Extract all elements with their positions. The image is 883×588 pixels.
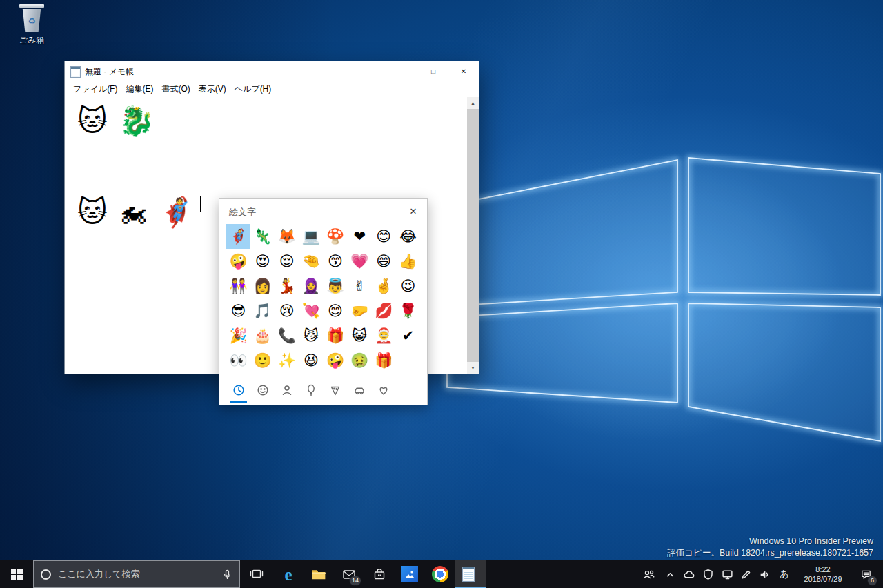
emoji-cell[interactable]: 💋 xyxy=(372,298,396,323)
emoji-cell[interactable]: 😌 xyxy=(275,249,299,274)
emoji-cell[interactable]: ✌ xyxy=(348,274,372,298)
menu-item[interactable]: ヘルプ(H) xyxy=(230,83,276,95)
tray-expand-button[interactable] xyxy=(661,560,679,588)
category-transportation-car-icon[interactable] xyxy=(347,381,371,399)
menu-item[interactable]: 表示(V) xyxy=(195,83,230,95)
emoji-cell[interactable]: 🧕 xyxy=(299,274,323,298)
pen-icon xyxy=(740,569,752,580)
emoji-cell[interactable]: 🦎 xyxy=(250,224,275,249)
emoji-glyph: 🏍 xyxy=(119,195,148,230)
emoji-cell[interactable]: 🌹 xyxy=(396,298,420,323)
emoji-cell[interactable]: 😊 xyxy=(324,298,348,323)
microphone-icon[interactable] xyxy=(222,569,232,580)
taskbar-app-edge[interactable]: e xyxy=(273,560,304,588)
emoji-grid: 🦸🦎🦊💻🍄❤😊😂🤪😍😌🤏😙💗😄👍👭👩💃🧕👼✌🤞😉😎🎵😢💘😊🤛💋🌹🎉🎂📞😼🎁😺🤶✔… xyxy=(219,221,427,373)
start-button[interactable] xyxy=(0,560,33,588)
emoji-cell[interactable]: 🤪 xyxy=(226,249,250,274)
emoji-cell[interactable]: 😊 xyxy=(372,224,396,249)
task-view-button[interactable] xyxy=(240,560,273,588)
emoji-cell[interactable]: 👼 xyxy=(324,274,348,298)
speaker-icon xyxy=(759,569,771,580)
emoji-cell[interactable]: 🤶 xyxy=(372,323,396,348)
taskbar-search-box[interactable]: ここに入力して検索 xyxy=(33,560,240,588)
emoji-cell[interactable]: 📞 xyxy=(275,323,299,348)
recycle-bin-shortcut[interactable]: ♻ ごみ箱 xyxy=(12,4,51,46)
emoji-cell[interactable]: 🤛 xyxy=(348,298,372,323)
category-people-icon[interactable] xyxy=(275,381,299,399)
action-center-button[interactable]: 6 xyxy=(851,560,880,588)
notepad-titlebar[interactable]: 無題 - メモ帳 — □ ✕ xyxy=(65,61,479,82)
taskbar-app-file-explorer[interactable] xyxy=(304,560,334,588)
category-smileys-icon[interactable] xyxy=(250,381,275,399)
emoji-cell[interactable]: 😼 xyxy=(299,323,323,348)
photos-icon xyxy=(401,566,418,582)
menu-item[interactable]: 書式(O) xyxy=(157,83,194,95)
category-recent-clock-icon[interactable] xyxy=(226,381,250,399)
taskbar-app-notepad[interactable] xyxy=(455,560,486,588)
emoji-cell[interactable]: 🎁 xyxy=(372,348,396,373)
network-button[interactable] xyxy=(717,560,737,588)
scroll-down-icon[interactable]: ▼ xyxy=(467,362,479,374)
emoji-cell[interactable]: 😂 xyxy=(396,224,420,249)
category-symbols-heart-icon[interactable] xyxy=(371,381,395,399)
category-food-pizza-icon[interactable] xyxy=(323,381,347,399)
emoji-cell[interactable]: 🙂 xyxy=(250,348,275,373)
taskbar-app-chrome[interactable] xyxy=(425,560,455,588)
people-icon xyxy=(643,569,655,580)
emoji-cell[interactable]: 😙 xyxy=(324,249,348,274)
emoji-cell[interactable]: 🦊 xyxy=(275,224,299,249)
emoji-panel-close-button[interactable]: ✕ xyxy=(406,204,420,218)
security-button[interactable] xyxy=(698,560,717,588)
minimize-button[interactable]: — xyxy=(388,61,418,82)
emoji-cell[interactable]: ❤ xyxy=(348,224,372,249)
taskbar-app-mail[interactable]: 14 xyxy=(334,560,364,588)
emoji-cell[interactable]: 👭 xyxy=(226,274,250,298)
people-button[interactable] xyxy=(636,560,661,588)
notepad-scrollbar[interactable]: ▲ ▼ xyxy=(467,97,479,374)
close-button[interactable]: ✕ xyxy=(448,61,479,82)
emoji-cell[interactable]: 😍 xyxy=(250,249,275,274)
emoji-cell[interactable]: 😄 xyxy=(372,249,396,274)
emoji-cell[interactable]: ✨ xyxy=(275,348,299,373)
emoji-cell[interactable]: 💘 xyxy=(299,298,323,323)
menu-item[interactable]: 編集(E) xyxy=(121,83,157,95)
emoji-cell[interactable]: 🤪 xyxy=(324,348,348,373)
emoji-cell[interactable]: 🎂 xyxy=(250,323,275,348)
emoji-cell[interactable]: 😎 xyxy=(226,298,250,323)
emoji-cell[interactable]: 🦸 xyxy=(226,224,250,249)
scrollbar-thumb[interactable] xyxy=(467,109,479,362)
emoji-cell[interactable]: 😆 xyxy=(299,348,323,373)
emoji-cell[interactable]: 🤢 xyxy=(348,348,372,373)
emoji-cell[interactable]: 💻 xyxy=(299,224,323,249)
recycle-bin-icon: ♻ xyxy=(21,9,42,32)
menu-item[interactable]: ファイル(F) xyxy=(69,83,121,95)
emoji-cell[interactable]: 😉 xyxy=(396,274,420,298)
emoji-cell[interactable]: ✔ xyxy=(396,323,420,348)
emoji-cell[interactable]: 🍄 xyxy=(324,224,348,249)
volume-button[interactable] xyxy=(755,560,774,588)
onedrive-button[interactable] xyxy=(679,560,698,588)
emoji-cell[interactable]: 🎉 xyxy=(226,323,250,348)
emoji-cell[interactable]: 💃 xyxy=(275,274,299,298)
taskbar-app-store[interactable] xyxy=(364,560,395,588)
scroll-up-icon[interactable]: ▲ xyxy=(467,97,479,109)
emoji-cell[interactable]: 👀 xyxy=(226,348,250,373)
watermark-line2: 評価コピー。Build 18204.rs_prerelease.180721-1… xyxy=(667,547,873,559)
cloud-icon xyxy=(683,569,695,580)
taskbar-clock[interactable]: 8:22 2018/07/29 xyxy=(795,560,851,588)
emoji-cell[interactable]: 👩 xyxy=(250,274,275,298)
emoji-glyph: 🐱 xyxy=(77,104,108,139)
emoji-cell[interactable]: 🎵 xyxy=(250,298,275,323)
emoji-cell[interactable]: 😺 xyxy=(348,323,372,348)
emoji-cell[interactable]: 😢 xyxy=(275,298,299,323)
ime-mode-button[interactable]: あ xyxy=(774,560,795,588)
windows-ink-button[interactable] xyxy=(737,560,755,588)
maximize-button[interactable]: □ xyxy=(418,61,448,82)
emoji-cell[interactable]: 🤞 xyxy=(372,274,396,298)
emoji-cell[interactable]: 🤏 xyxy=(299,249,323,274)
emoji-cell[interactable]: 👍 xyxy=(396,249,420,274)
category-celebrations-balloon-icon[interactable] xyxy=(299,381,323,399)
emoji-cell[interactable]: 🎁 xyxy=(324,323,348,348)
taskbar-app-photos[interactable] xyxy=(395,560,425,588)
emoji-cell[interactable]: 💗 xyxy=(348,249,372,274)
